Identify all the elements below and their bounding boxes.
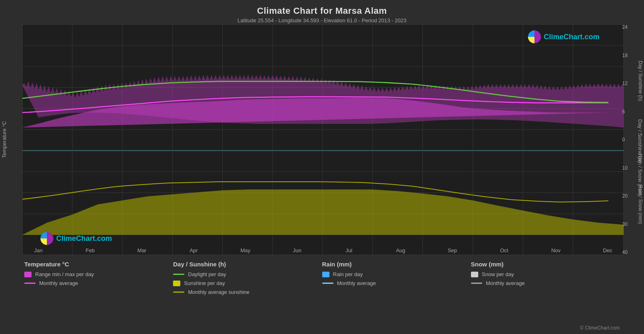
y-right-tick-20: 20 [622,193,627,199]
legend-rain-avg-line [322,283,334,284]
legend-daylight: Daylight per day [173,271,318,277]
legend-rain-monthly: Monthly average [322,280,467,286]
chart-title: Climate Chart for Marsa Alam [0,0,644,16]
legend-snow-swatch [471,272,478,277]
logo-icon-bottom [40,232,53,245]
watermark-bottom-left: ClimeChart.com [40,232,112,245]
legend-group-sunshine: Day / Sunshine (h) Daylight per day Suns… [173,261,322,330]
x-label-apr: Apr [177,247,210,253]
legend-sunshine-avg: Monthly average sunshine [173,289,318,295]
legend-group-temperature: Temperature °C Range min / max per day M… [24,261,173,330]
watermark-text-top: ClimeChart.com [544,33,600,41]
legend-rain-avg-label: Monthly average [337,280,376,286]
legend-rain-label: Rain per day [333,271,363,277]
x-label-aug: Aug [384,247,417,253]
x-label-oct: Oct [488,247,520,253]
legend-group-snow: Snow (mm) Snow per day Monthly average [471,261,620,330]
legend-temp-range: Range min / max per day [24,271,169,277]
legend-area: Temperature °C Range min / max per day M… [0,255,644,334]
chart-subtitle: Latitude 25.554 - Longitude 34.593 - Ele… [0,17,644,23]
legend-row: Temperature °C Range min / max per day M… [24,261,620,330]
x-label-jun: Jun [281,247,313,253]
y-axis-left-container: Temperature °C [0,24,8,255]
x-label-may: May [229,247,262,253]
copyright: © ClimeChart.com [580,325,620,331]
logo-icon-top [528,30,541,43]
x-label-sep: Sep [436,247,469,253]
legend-sunshine-day: Sunshine per day [173,280,318,286]
x-label-dec: Dec [591,247,624,253]
legend-snow-monthly: Monthly average [471,280,616,286]
legend-sunshine-avg-label: Monthly average sunshine [188,289,249,295]
chart-svg: 50 40 30 20 10 0 -10 -20 -30 -40 -50 24 … [22,24,624,255]
y-right-tick-12: 12 [622,81,627,86]
legend-temp-avg-label: Monthly average [39,280,78,286]
x-label-nov: Nov [540,247,572,253]
y-right-label-rain: Rain / Snow (mm) [637,168,644,241]
legend-sunshine-swatch [173,281,180,286]
y-right-tick-30: 30 [622,221,627,227]
legend-sunshine-title: Day / Sunshine (h) [173,261,318,268]
y-right-label-sunshine: Day / Sunshine (h) [637,24,644,138]
legend-daylight-label: Daylight per day [188,271,226,277]
legend-sunshine-avg-line [173,291,184,293]
y-axis-left-label: Temperature °C [1,121,7,158]
x-label-mar: Mar [126,247,158,253]
y-right-tick-24: 24 [622,24,627,30]
legend-group-rain: Rain (mm) Rain per day Monthly average [322,261,471,330]
x-label-jan: Jan [22,247,55,253]
main-container: Climate Chart for Marsa Alam Latitude 25… [0,0,644,334]
legend-sunshine-label: Sunshine per day [184,280,225,286]
legend-temp-title: Temperature °C [24,261,169,268]
legend-temp-monthly: Monthly average [24,280,169,286]
y-right-tick-6: 6 [622,109,625,115]
y-right-tick-18: 18 [622,53,627,58]
legend-daylight-line [173,274,184,275]
legend-rain-day: Rain per day [322,271,467,277]
legend-snow-day: Snow per day [471,271,616,277]
legend-rain-title: Rain (mm) [322,261,467,268]
x-label-feb: Feb [74,247,106,253]
legend-rain-swatch [322,272,329,277]
legend-snow-avg-label: Monthly average [486,280,525,286]
legend-snow-title: Snow (mm) [471,261,616,268]
y-right-tick-0: 0 [622,137,625,143]
legend-temp-range-swatch [24,272,32,277]
legend-snow-label: Snow per day [482,271,514,277]
watermark-top-right: ClimeChart.com [528,30,600,43]
y-right-tick-10: 10 [622,165,627,171]
legend-snow-avg-line [471,283,482,284]
y-right-tick-40: 40 [622,249,627,255]
x-label-jul: Jul [333,247,365,253]
watermark-text-bottom: ClimeChart.com [56,234,112,243]
legend-temp-range-label: Range min / max per day [35,271,94,277]
legend-temp-avg-line [24,283,36,284]
